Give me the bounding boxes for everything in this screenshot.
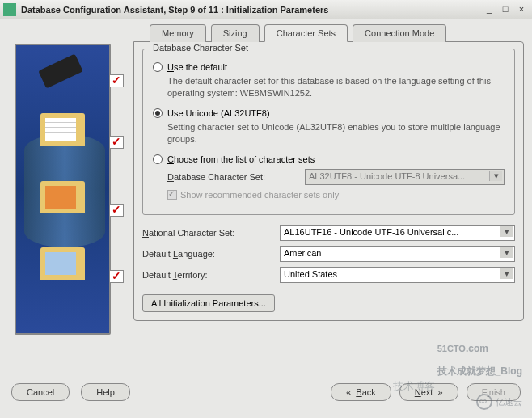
tab-sizing[interactable]: Sizing [211,24,260,42]
db-charset-label: Database Character Set: [167,172,297,182]
tab-character-sets[interactable]: Character Sets [264,24,348,42]
radio-use-default[interactable] [153,62,163,72]
watermark: 51CTO.com 技术成就梦想_Blog [437,334,522,379]
back-button[interactable]: « Back [331,383,391,401]
checkbox-icon [167,190,177,200]
fieldset-legend: Database Character Set [150,43,251,53]
desc-unicode: Setting character set to Unicode (AL32UT… [167,121,505,146]
tab-memory[interactable]: Memory [150,24,206,42]
all-init-params-button[interactable]: All Initialization Parameters... [142,294,275,312]
radio-use-default-label: Use the default [167,62,227,72]
watermark: 亿速云 [476,394,522,410]
wizard-sidebar [0,19,133,375]
step-check-icon [109,270,124,283]
radio-use-unicode[interactable] [153,108,163,118]
radio-choose-list-label: Choose from the list of character sets [167,154,315,164]
tabs: Memory Sizing Character Sets Connection … [133,24,524,42]
minimize-button[interactable]: _ [482,3,496,16]
cancel-button[interactable]: Cancel [11,383,70,401]
default-language-select[interactable]: American [280,246,515,262]
radio-choose-list[interactable] [153,154,163,164]
title-bar: Database Configuration Assistant, Step 9… [0,0,532,19]
tab-connection-mode[interactable]: Connection Mode [353,24,446,42]
close-button[interactable]: × [514,3,529,16]
step-check-icon [109,204,124,217]
maximize-button[interactable]: □ [498,3,513,16]
app-icon [3,3,16,16]
step-check-icon [109,74,124,87]
national-charset-label: National Character Set: [142,228,272,238]
help-button[interactable]: Help [81,383,130,401]
charset-fieldset: Database Character Set Use the default T… [142,49,515,215]
step-check-icon [109,136,124,149]
show-recommended-checkbox: Show recommended character sets only [167,190,505,200]
window-title: Database Configuration Assistant, Step 9… [21,5,480,15]
wizard-footer: Cancel Help « Back Next » Finish [0,375,532,409]
default-language-label: Default Language: [142,249,272,259]
radio-use-unicode-label: Use Unicode (AL32UTF8) [167,108,270,118]
default-territory-select[interactable]: United States [280,267,515,283]
desc-default: The default character set for this datab… [167,75,505,100]
watermark: 技术博客 [393,379,435,394]
db-charset-select: AL32UTF8 - Unicode UTF-8 Universa... [305,169,505,185]
tab-panel: Database Character Set Use the default T… [133,41,524,321]
national-charset-select[interactable]: AL16UTF16 - Unicode UTF-16 Universal c..… [280,225,515,241]
default-territory-label: Default Territory: [142,270,272,280]
